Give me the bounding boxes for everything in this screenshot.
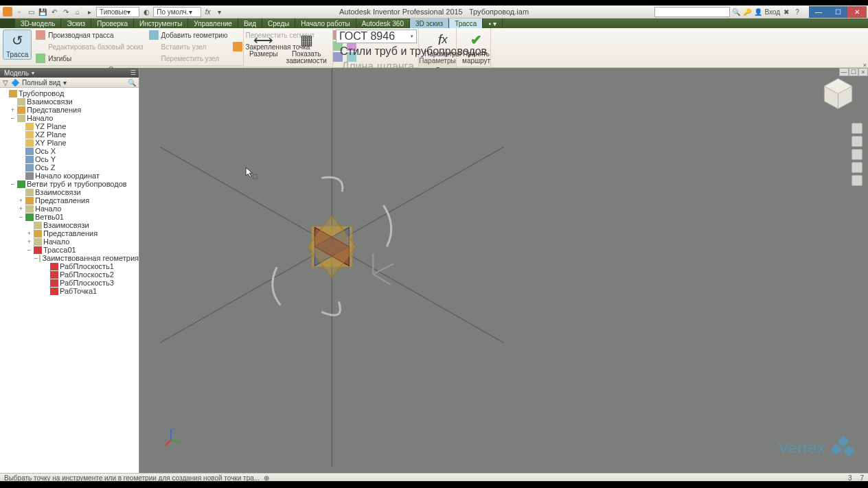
help-icon[interactable]: ? xyxy=(792,7,802,16)
tab-tools[interactable]: Инструменты xyxy=(134,19,188,28)
tree-node[interactable]: YZ Plane xyxy=(0,122,139,130)
find-icon[interactable]: 🔍 xyxy=(128,79,136,86)
search-input[interactable] xyxy=(654,7,730,17)
add-geometry-button[interactable]: Добавить геометрию xyxy=(148,30,229,40)
user-icon[interactable]: 👤 xyxy=(753,7,763,16)
browser-header[interactable]: Модель☰ xyxy=(0,68,139,78)
tree-twisty-icon[interactable]: + xyxy=(18,197,24,204)
tree-node[interactable]: РабПлоскость2 xyxy=(0,270,139,279)
viewcube[interactable] xyxy=(819,75,857,113)
show-constraints-button[interactable]: ▦ Показать зависимости xyxy=(284,30,330,65)
tree-twisty-icon[interactable]: – xyxy=(18,213,24,220)
tree-node[interactable]: –Трасса01 xyxy=(0,246,139,254)
filter-label[interactable]: Полный вид xyxy=(22,79,60,86)
route-button[interactable]: ↺ Трасса xyxy=(3,30,32,60)
tree-node[interactable]: Взаимосвязи xyxy=(0,221,139,229)
qat-new-icon[interactable]: ▫ xyxy=(14,7,24,16)
pipe-styles-button[interactable]: Стили труб и трубопроводов xyxy=(336,45,415,58)
exchange-icon[interactable]: ✖ xyxy=(781,7,791,16)
qat-material-icon[interactable]: ◐ xyxy=(141,7,151,16)
tree-twisty-icon[interactable]: + xyxy=(26,238,32,245)
tree-twisty-icon[interactable]: – xyxy=(10,115,16,121)
model-tree[interactable]: ТрубопроводВзаимосвязи+Представления–Нач… xyxy=(0,88,139,473)
nav-orbit-button[interactable] xyxy=(852,162,863,173)
tree-node[interactable]: Ось Z xyxy=(0,163,139,172)
tab-extra[interactable]: ▪ ▾ xyxy=(483,19,502,28)
svg-text:z: z xyxy=(172,427,174,431)
viewport-canvas[interactable] xyxy=(139,68,868,467)
key-icon[interactable]: 🔑 xyxy=(742,7,752,16)
tree-node[interactable]: Начало координат xyxy=(0,172,139,180)
tree-node[interactable]: –Ветвь01 xyxy=(0,213,139,221)
tree-node[interactable]: XY Plane xyxy=(0,139,139,147)
bends-button[interactable]: Изгибы xyxy=(34,53,144,64)
tree-node[interactable]: –Ветви труб и трубопроводов xyxy=(0,180,139,188)
search-icon[interactable]: 🔍 xyxy=(731,7,741,16)
tree-node[interactable]: XZ Plane xyxy=(0,130,139,139)
style-select[interactable]: Типовые ▾ xyxy=(96,7,139,17)
edit-base-sketch-button: Редактировать базовый эскиз xyxy=(34,41,144,52)
qat-fx-icon[interactable]: fx xyxy=(203,7,213,16)
qat-save-icon[interactable]: 💾 xyxy=(38,7,47,16)
tree-node[interactable]: –Начало xyxy=(0,114,139,122)
tree-node[interactable]: –Заимствованная геометрия xyxy=(0,254,139,262)
tab-a360[interactable]: Autodesk 360 xyxy=(356,19,410,28)
view-icon[interactable]: 🔷 xyxy=(11,79,19,86)
tab-sketch[interactable]: Эскиз xyxy=(61,19,91,28)
tree-node[interactable]: +Представления xyxy=(0,106,139,114)
nav-pan-button[interactable] xyxy=(852,136,863,147)
nav-wheel-button[interactable] xyxy=(852,123,863,134)
tab-env[interactable]: Среды xyxy=(262,19,295,28)
layout-select[interactable]: По умолч. ▾ xyxy=(153,7,201,17)
tree-node[interactable]: РабПлоскость1 xyxy=(0,262,139,270)
tree-twisty-icon[interactable]: – xyxy=(26,246,32,253)
gost-select[interactable]: ГОСТ 8946▾ xyxy=(336,30,417,43)
viewport[interactable]: — ☐ × xyxy=(139,68,868,473)
tree-node-label: Ось Z xyxy=(35,163,56,172)
tree-node[interactable]: РабПлоскость3 xyxy=(0,279,139,287)
tab-view[interactable]: Вид xyxy=(238,19,262,28)
qat-select-icon[interactable]: ▸ xyxy=(84,7,94,16)
tree-node[interactable]: +Начало xyxy=(0,237,139,246)
nav-zoom-button[interactable] xyxy=(852,149,863,160)
tab-3d-model[interactable]: 3D-модель xyxy=(15,19,61,28)
edit-base-icon xyxy=(36,42,45,51)
tree-twisty-icon[interactable]: + xyxy=(10,106,16,113)
tree-twisty-icon[interactable]: – xyxy=(34,255,38,262)
tree-node[interactable]: РабТочка1 xyxy=(0,287,139,295)
dimensions-button[interactable]: ⟷ Размеры xyxy=(247,30,281,58)
nav-bar xyxy=(852,123,864,186)
qat-redo-icon[interactable]: ↷ xyxy=(61,7,71,16)
accept-route-button[interactable]: ✔Принятьмаршрут xyxy=(459,30,493,65)
title-text: Autodesk Inventor Professional 2015 Труб… xyxy=(339,8,529,16)
tree-node[interactable]: Ось X xyxy=(0,147,139,155)
window-close-button[interactable]: ✕ xyxy=(847,6,867,18)
tree-node[interactable]: Трубопровод xyxy=(0,89,139,97)
browser-opts-icon[interactable]: ☰ xyxy=(130,69,136,76)
tree-node[interactable]: +Представления xyxy=(0,196,139,205)
tree-twisty-icon[interactable]: – xyxy=(10,181,16,187)
tree-node[interactable]: +Начало xyxy=(0,205,139,213)
tab-getstarted[interactable]: Начало работы xyxy=(295,19,356,28)
window-minimize-button[interactable]: — xyxy=(809,6,828,18)
nav-lookat-button[interactable] xyxy=(852,175,863,186)
qat-home-icon[interactable]: ⌂ xyxy=(73,7,82,16)
tab-manage[interactable]: Управление xyxy=(188,19,238,28)
tree-node[interactable]: +Представления xyxy=(0,229,139,237)
tree-twisty-icon[interactable]: + xyxy=(26,230,32,237)
tab-3d-sketch[interactable]: 3D эскиз xyxy=(410,19,449,28)
window-maximize-button[interactable]: ☐ xyxy=(828,6,847,18)
tree-node[interactable]: Ось Y xyxy=(0,155,139,163)
coordinate-triad: z xyxy=(164,426,185,447)
filter-icon[interactable]: ▽ xyxy=(3,79,8,86)
tree-node[interactable]: Взаимосвязи xyxy=(0,188,139,196)
derived-route-button[interactable]: Производная трасса xyxy=(34,30,144,40)
qat-open-icon[interactable]: ▭ xyxy=(26,7,36,16)
qat-more-icon[interactable]: ▾ xyxy=(215,7,225,16)
tab-inspect[interactable]: Проверка xyxy=(91,19,134,28)
tree-twisty-icon[interactable]: + xyxy=(18,205,24,212)
user-label[interactable]: Вход xyxy=(764,8,780,16)
qat-undo-icon[interactable]: ↶ xyxy=(49,7,59,16)
tab-route[interactable]: Трасса xyxy=(449,19,483,28)
tree-node[interactable]: Взаимосвязи xyxy=(0,97,139,106)
